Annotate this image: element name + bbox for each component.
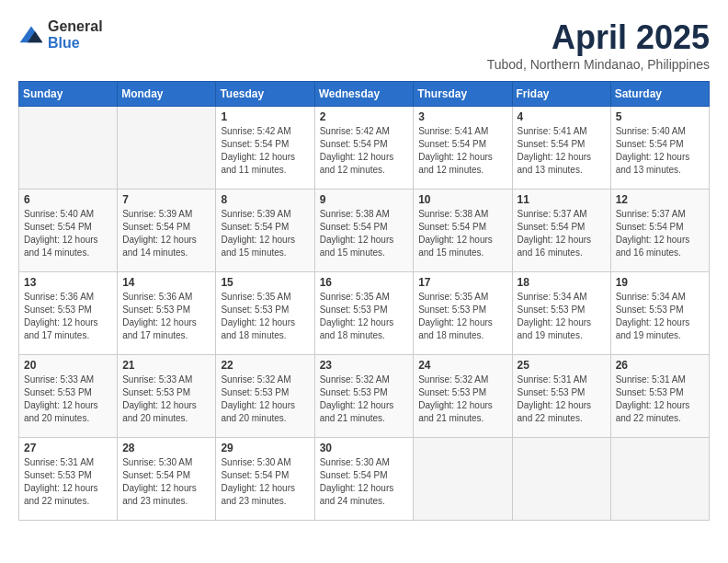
day-info: Sunrise: 5:32 AM Sunset: 5:53 PM Dayligh…	[221, 373, 309, 425]
header: General Blue April 2025 Tubod, Northern …	[18, 18, 710, 72]
calendar-week-3: 13Sunrise: 5:36 AM Sunset: 5:53 PM Dayli…	[19, 272, 710, 355]
day-number: 19	[616, 276, 704, 289]
day-number: 13	[24, 276, 112, 289]
calendar-cell: 15Sunrise: 5:35 AM Sunset: 5:53 PM Dayli…	[216, 272, 314, 355]
day-number: 17	[418, 276, 506, 289]
day-info: Sunrise: 5:31 AM Sunset: 5:53 PM Dayligh…	[518, 373, 606, 425]
logo-general: General	[48, 18, 103, 34]
day-number: 23	[320, 359, 409, 372]
day-info: Sunrise: 5:35 AM Sunset: 5:53 PM Dayligh…	[418, 291, 506, 342]
day-number: 21	[122, 359, 210, 372]
calendar-cell: 9Sunrise: 5:38 AM Sunset: 5:54 PM Daylig…	[314, 190, 414, 272]
calendar-cell	[610, 438, 709, 521]
day-info: Sunrise: 5:33 AM Sunset: 5:53 PM Dayligh…	[24, 373, 112, 425]
calendar-cell: 30Sunrise: 5:30 AM Sunset: 5:54 PM Dayli…	[314, 438, 414, 521]
calendar-cell: 5Sunrise: 5:40 AM Sunset: 5:54 PM Daylig…	[610, 107, 709, 190]
calendar-week-2: 6Sunrise: 5:40 AM Sunset: 5:54 PM Daylig…	[19, 190, 710, 272]
calendar-week-4: 20Sunrise: 5:33 AM Sunset: 5:53 PM Dayli…	[19, 355, 710, 438]
day-info: Sunrise: 5:42 AM Sunset: 5:54 PM Dayligh…	[320, 125, 409, 177]
calendar-header-thursday: Thursday	[414, 82, 512, 107]
day-info: Sunrise: 5:41 AM Sunset: 5:54 PM Dayligh…	[418, 125, 506, 177]
calendar-cell: 16Sunrise: 5:35 AM Sunset: 5:53 PM Dayli…	[314, 272, 414, 355]
day-number: 12	[616, 193, 704, 206]
month-title: April 2025	[487, 18, 710, 57]
day-info: Sunrise: 5:31 AM Sunset: 5:53 PM Dayligh…	[24, 456, 112, 508]
day-info: Sunrise: 5:37 AM Sunset: 5:54 PM Dayligh…	[518, 208, 606, 259]
day-info: Sunrise: 5:40 AM Sunset: 5:54 PM Dayligh…	[24, 208, 112, 259]
day-number: 6	[24, 193, 112, 206]
day-number: 18	[518, 276, 606, 289]
day-info: Sunrise: 5:41 AM Sunset: 5:54 PM Dayligh…	[518, 125, 606, 177]
calendar-cell: 27Sunrise: 5:31 AM Sunset: 5:53 PM Dayli…	[19, 438, 118, 521]
calendar-cell: 10Sunrise: 5:38 AM Sunset: 5:54 PM Dayli…	[414, 190, 512, 272]
calendar-cell: 2Sunrise: 5:42 AM Sunset: 5:54 PM Daylig…	[314, 107, 414, 190]
calendar-cell	[512, 438, 610, 521]
day-info: Sunrise: 5:35 AM Sunset: 5:53 PM Dayligh…	[320, 291, 409, 342]
day-info: Sunrise: 5:30 AM Sunset: 5:54 PM Dayligh…	[320, 456, 409, 508]
day-info: Sunrise: 5:34 AM Sunset: 5:53 PM Dayligh…	[518, 291, 606, 342]
calendar-header-tuesday: Tuesday	[216, 82, 314, 107]
day-info: Sunrise: 5:42 AM Sunset: 5:54 PM Dayligh…	[221, 125, 309, 177]
calendar-header-wednesday: Wednesday	[314, 82, 414, 107]
calendar-cell: 19Sunrise: 5:34 AM Sunset: 5:53 PM Dayli…	[610, 272, 709, 355]
logo-blue: Blue	[48, 35, 80, 51]
calendar-header-monday: Monday	[118, 82, 216, 107]
day-number: 28	[122, 442, 210, 454]
day-info: Sunrise: 5:32 AM Sunset: 5:53 PM Dayligh…	[320, 373, 409, 425]
day-info: Sunrise: 5:33 AM Sunset: 5:53 PM Dayligh…	[122, 373, 210, 425]
day-number: 15	[221, 276, 309, 289]
logo-icon	[18, 25, 44, 45]
day-info: Sunrise: 5:39 AM Sunset: 5:54 PM Dayligh…	[221, 208, 309, 259]
calendar-body: 1Sunrise: 5:42 AM Sunset: 5:54 PM Daylig…	[19, 107, 710, 521]
calendar-cell: 3Sunrise: 5:41 AM Sunset: 5:54 PM Daylig…	[414, 107, 512, 190]
day-info: Sunrise: 5:40 AM Sunset: 5:54 PM Dayligh…	[616, 125, 704, 177]
day-info: Sunrise: 5:31 AM Sunset: 5:53 PM Dayligh…	[616, 373, 704, 425]
day-number: 1	[221, 110, 309, 123]
calendar-cell: 18Sunrise: 5:34 AM Sunset: 5:53 PM Dayli…	[512, 272, 610, 355]
day-info: Sunrise: 5:38 AM Sunset: 5:54 PM Dayligh…	[320, 208, 409, 259]
calendar: SundayMondayTuesdayWednesdayThursdayFrid…	[18, 81, 710, 521]
day-number: 5	[616, 110, 704, 123]
day-info: Sunrise: 5:34 AM Sunset: 5:53 PM Dayligh…	[616, 291, 704, 342]
day-number: 20	[24, 359, 112, 372]
title-area: April 2025 Tubod, Northern Mindanao, Phi…	[487, 18, 710, 72]
day-number: 16	[320, 276, 409, 289]
day-number: 4	[518, 110, 606, 123]
day-number: 9	[320, 193, 409, 206]
day-info: Sunrise: 5:35 AM Sunset: 5:53 PM Dayligh…	[221, 291, 309, 342]
day-number: 22	[221, 359, 309, 372]
day-info: Sunrise: 5:38 AM Sunset: 5:54 PM Dayligh…	[418, 208, 506, 259]
calendar-cell: 22Sunrise: 5:32 AM Sunset: 5:53 PM Dayli…	[216, 355, 314, 438]
calendar-cell: 11Sunrise: 5:37 AM Sunset: 5:54 PM Dayli…	[512, 190, 610, 272]
day-info: Sunrise: 5:30 AM Sunset: 5:54 PM Dayligh…	[122, 456, 210, 508]
calendar-cell: 26Sunrise: 5:31 AM Sunset: 5:53 PM Dayli…	[610, 355, 709, 438]
day-number: 30	[320, 442, 409, 454]
day-number: 8	[221, 193, 309, 206]
calendar-cell: 23Sunrise: 5:32 AM Sunset: 5:53 PM Dayli…	[314, 355, 414, 438]
calendar-cell: 4Sunrise: 5:41 AM Sunset: 5:54 PM Daylig…	[512, 107, 610, 190]
day-number: 10	[418, 193, 506, 206]
calendar-cell	[414, 438, 512, 521]
calendar-cell: 14Sunrise: 5:36 AM Sunset: 5:53 PM Dayli…	[118, 272, 216, 355]
calendar-cell: 24Sunrise: 5:32 AM Sunset: 5:53 PM Dayli…	[414, 355, 512, 438]
day-info: Sunrise: 5:36 AM Sunset: 5:53 PM Dayligh…	[122, 291, 210, 342]
day-number: 29	[221, 442, 309, 454]
calendar-header-saturday: Saturday	[610, 82, 709, 107]
calendar-header-sunday: Sunday	[19, 82, 118, 107]
day-info: Sunrise: 5:36 AM Sunset: 5:53 PM Dayligh…	[24, 291, 112, 342]
day-number: 7	[122, 193, 210, 206]
calendar-cell: 29Sunrise: 5:30 AM Sunset: 5:54 PM Dayli…	[216, 438, 314, 521]
calendar-cell: 20Sunrise: 5:33 AM Sunset: 5:53 PM Dayli…	[19, 355, 118, 438]
calendar-cell: 7Sunrise: 5:39 AM Sunset: 5:54 PM Daylig…	[118, 190, 216, 272]
day-number: 14	[122, 276, 210, 289]
logo: General Blue	[18, 18, 103, 52]
calendar-cell: 8Sunrise: 5:39 AM Sunset: 5:54 PM Daylig…	[216, 190, 314, 272]
day-number: 3	[418, 110, 506, 123]
calendar-cell: 25Sunrise: 5:31 AM Sunset: 5:53 PM Dayli…	[512, 355, 610, 438]
calendar-header-row: SundayMondayTuesdayWednesdayThursdayFrid…	[19, 82, 710, 107]
calendar-cell: 17Sunrise: 5:35 AM Sunset: 5:53 PM Dayli…	[414, 272, 512, 355]
day-info: Sunrise: 5:32 AM Sunset: 5:53 PM Dayligh…	[418, 373, 506, 425]
day-number: 26	[616, 359, 704, 372]
day-info: Sunrise: 5:30 AM Sunset: 5:54 PM Dayligh…	[221, 456, 309, 508]
calendar-cell: 6Sunrise: 5:40 AM Sunset: 5:54 PM Daylig…	[19, 190, 118, 272]
